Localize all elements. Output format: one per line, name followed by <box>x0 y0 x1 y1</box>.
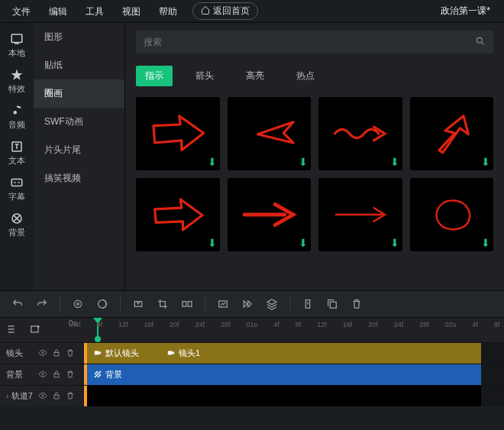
delete-button[interactable] <box>347 294 367 314</box>
split-button[interactable] <box>177 294 197 314</box>
rail-effects[interactable]: 特效 <box>0 68 34 95</box>
svg-rect-16 <box>95 351 99 354</box>
tab-highlight[interactable]: 高亮 <box>237 66 273 86</box>
lock-icon[interactable] <box>52 348 61 359</box>
crop-button[interactable] <box>153 294 173 314</box>
trash-icon[interactable] <box>66 391 75 402</box>
lock-icon[interactable] <box>52 391 61 402</box>
target-button[interactable] <box>68 294 88 314</box>
edit-button[interactable] <box>213 294 233 314</box>
export-button[interactable] <box>298 294 318 314</box>
search-icon[interactable] <box>475 36 486 49</box>
cat-annotation[interactable]: 圈画 <box>34 79 124 108</box>
left-rail: 本地 特效 音频 文本 字幕 背景 <box>0 23 34 290</box>
track-label: 背景 <box>0 369 38 380</box>
redo-button[interactable] <box>32 294 52 314</box>
track-content[interactable]: 默认镜头镜头1 <box>84 343 504 364</box>
ruler-dot[interactable] <box>95 336 101 342</box>
time-ruler[interactable]: 0s 4f8f12f16f20f24f28f01s4f8f12f16f20f24… <box>64 318 504 342</box>
asset-arrow-left-thick[interactable]: ⬇ <box>228 97 312 170</box>
rail-subtitle[interactable]: 字幕 <box>0 176 34 202</box>
eye-icon[interactable] <box>38 348 47 359</box>
tick: 16f <box>144 321 154 328</box>
menu-help[interactable]: 帮助 <box>150 0 186 23</box>
cat-intro[interactable]: 片头片尾 <box>34 136 124 164</box>
add-track-icon[interactable] <box>29 323 41 338</box>
download-icon[interactable]: ⬇ <box>481 156 490 168</box>
track-icons <box>38 348 84 359</box>
home-label: 返回首页 <box>213 5 250 18</box>
tick: 20f <box>368 321 378 328</box>
timeline-header: 0s 4f8f12f16f20f24f28f01s4f8f12f16f20f24… <box>0 318 504 342</box>
svg-rect-17 <box>168 351 173 354</box>
chevron-right-icon[interactable]: › <box>6 391 9 400</box>
tracks-menu-icon[interactable] <box>6 323 18 338</box>
track-camera: 镜头默认镜头镜头1 <box>0 342 504 364</box>
asset-arrow-up-zigzag[interactable]: ⬇ <box>410 97 494 170</box>
download-icon[interactable]: ⬇ <box>390 237 399 249</box>
search-input[interactable] <box>144 37 475 47</box>
svg-rect-21 <box>54 395 59 399</box>
color-button[interactable] <box>92 294 112 314</box>
download-icon[interactable]: ⬇ <box>299 237 308 249</box>
download-icon[interactable]: ⬇ <box>481 237 490 249</box>
tick: 16f <box>343 321 353 328</box>
asset-arrow-straight-thick[interactable]: ⬇ <box>228 178 312 251</box>
cat-swf[interactable]: SWF动画 <box>34 108 124 136</box>
tick: 4f <box>273 321 279 328</box>
asset-grid: ⬇ ⬇ ⬇ ⬇ ⬇ ⬇ ⬇ ⬇ <box>136 97 493 251</box>
search-box[interactable] <box>136 31 493 53</box>
svg-point-6 <box>77 303 79 306</box>
trash-icon[interactable] <box>66 348 75 359</box>
speed-button[interactable] <box>237 294 257 314</box>
project-title: 政治第一课* <box>441 5 501 18</box>
asset-arrow-right-thick[interactable]: ⬇ <box>136 97 220 170</box>
cat-sticker[interactable]: 贴纸 <box>34 51 124 79</box>
lock-icon[interactable] <box>52 370 61 380</box>
tab-indicate[interactable]: 指示 <box>136 66 173 86</box>
clip[interactable]: 背景 <box>87 364 481 385</box>
asset-arrow-wavy[interactable]: ⬇ <box>318 97 402 170</box>
tab-hotspot[interactable]: 热点 <box>287 66 324 86</box>
undo-button[interactable] <box>8 294 27 314</box>
cat-funny[interactable]: 搞笑视频 <box>34 164 124 192</box>
download-icon[interactable]: ⬇ <box>208 156 217 168</box>
menu-edit[interactable]: 编辑 <box>40 0 76 23</box>
layers-button[interactable] <box>262 294 282 314</box>
frame-button[interactable] <box>128 294 148 314</box>
svg-point-18 <box>42 373 44 375</box>
menu-tools[interactable]: 工具 <box>76 0 113 23</box>
download-icon[interactable]: ⬇ <box>299 156 308 168</box>
tick: 24f <box>195 321 205 328</box>
track-content[interactable] <box>84 386 504 406</box>
tab-arrow[interactable]: 箭头 <box>186 66 223 86</box>
track-content[interactable]: 背景 <box>84 364 504 385</box>
asset-circle-outline[interactable]: ⬇ <box>410 178 494 251</box>
clip-icon <box>93 349 102 358</box>
clip[interactable] <box>87 386 481 406</box>
trash-icon[interactable] <box>66 370 75 380</box>
menu-view[interactable]: 视图 <box>113 0 150 23</box>
svg-point-20 <box>42 395 44 396</box>
track-label: ›轨道7 <box>0 390 38 402</box>
menu-file[interactable]: 文件 <box>3 0 40 23</box>
ruler-ticks: 4f8f12f16f20f24f28f01s4f8f12f16f20f24f28… <box>75 321 504 328</box>
eye-icon[interactable] <box>38 391 47 402</box>
asset-arrow-right-thick-2[interactable]: ⬇ <box>136 178 220 251</box>
rail-local[interactable]: 本地 <box>0 32 34 59</box>
download-icon[interactable]: ⬇ <box>208 237 217 249</box>
rail-text[interactable]: 文本 <box>0 140 34 167</box>
rail-audio[interactable]: 音频 <box>0 104 34 131</box>
download-icon[interactable]: ⬇ <box>390 156 399 168</box>
clip[interactable]: 默认镜头 <box>87 343 160 364</box>
eye-icon[interactable] <box>38 370 47 380</box>
clip-label: 默认镜头 <box>105 348 139 359</box>
cat-shape[interactable]: 图形 <box>34 23 124 51</box>
home-button[interactable]: 返回首页 <box>192 2 258 20</box>
track-icons <box>38 391 84 402</box>
svg-point-5 <box>74 300 81 307</box>
asset-arrow-thin[interactable]: ⬇ <box>318 178 402 251</box>
rail-background[interactable]: 背景 <box>0 212 34 238</box>
clip[interactable]: 镜头1 <box>160 343 481 364</box>
copy-button[interactable] <box>322 294 342 314</box>
